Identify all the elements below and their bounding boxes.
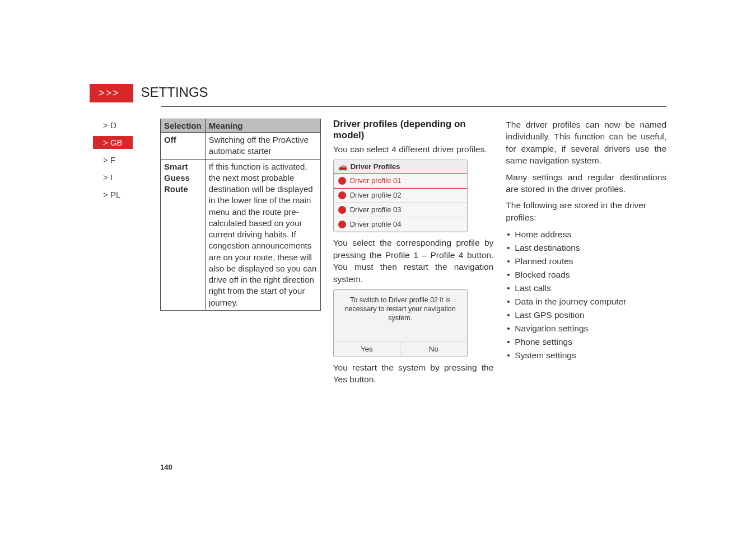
wheel-icon: [338, 177, 346, 185]
list-item: Navigation settings: [507, 322, 666, 335]
list-item: Last calls: [507, 282, 666, 295]
chevron-badge: >>>: [90, 84, 133, 102]
page-title: SETTINGS: [141, 85, 208, 102]
table-cell-meaning: If this function is activated, the next …: [205, 159, 320, 310]
profile-row[interactable]: Driver profile 04: [334, 217, 467, 232]
profile-label: Driver profile 02: [350, 191, 402, 199]
th-selection: Selection: [161, 119, 206, 133]
select-paragraph: You select the corresponding profile by …: [333, 237, 494, 285]
list-item: Phone settings: [507, 335, 666, 349]
column-left: SelectionMeaning OffSwitching off the Pr…: [160, 119, 321, 461]
intro-text: You can select 4 different driver profil…: [333, 143, 494, 155]
list-item: Data in the journey computer: [507, 295, 666, 308]
list-item: Last GPS position: [507, 308, 666, 322]
no-button[interactable]: No: [400, 341, 467, 357]
profile-label: Driver profile 04: [350, 220, 402, 228]
sidebar-item[interactable]: > D: [93, 119, 133, 132]
car-icon: 🚗: [338, 162, 347, 171]
list-header: 🚗Driver Profiles: [334, 160, 467, 174]
profile-label: Driver profile 01: [350, 176, 402, 185]
list-item: Home address: [507, 228, 666, 241]
profile-label: Driver profile 03: [350, 205, 402, 214]
right-para2: Many settings and regular destinations a…: [506, 171, 666, 195]
restart-dialog: To switch to Driver profile 02 it is nec…: [333, 289, 468, 357]
wheel-icon: [338, 221, 346, 228]
table-cell-selection: Smart Guess Route: [161, 159, 206, 310]
column-right: The driver profiles can now be named ind…: [506, 119, 666, 461]
sidebar-item[interactable]: > F: [93, 153, 133, 166]
sidebar-item[interactable]: > GB: [93, 136, 133, 149]
sidebar-item[interactable]: > PL: [93, 188, 133, 201]
page-number: 140: [160, 463, 172, 471]
yes-button[interactable]: Yes: [334, 341, 401, 357]
wheel-icon: [338, 191, 346, 199]
wheel-icon: [338, 206, 346, 214]
section-heading: Driver profiles (depending on model): [333, 119, 494, 141]
restart-text: You restart the system by pressing the Y…: [333, 362, 494, 386]
th-meaning: Meaning: [205, 119, 320, 133]
column-mid: Driver profiles (depending on model) You…: [333, 119, 494, 461]
language-sidebar: > D> GB> F> I> PL: [93, 119, 133, 201]
header-rule: [161, 106, 666, 107]
list-item: Last destinations: [507, 241, 666, 255]
list-item: System settings: [507, 349, 666, 362]
profile-row[interactable]: Driver profile 03: [334, 203, 467, 217]
table-cell-selection: Off: [161, 133, 206, 160]
driver-profiles-list: 🚗Driver Profiles Driver profile 01Driver…: [333, 160, 468, 232]
table-cell-meaning: Switching off the ProActive automatic st…: [205, 133, 320, 160]
dialog-message: To switch to Driver profile 02 it is nec…: [334, 290, 467, 341]
profile-row[interactable]: Driver profile 01: [334, 174, 467, 188]
right-para3: The following are stored in the driver p…: [506, 199, 666, 223]
right-para1: The driver profiles can now be named ind…: [506, 119, 666, 167]
sidebar-item[interactable]: > I: [93, 171, 133, 184]
list-item: Planned routes: [507, 255, 666, 268]
selection-table: SelectionMeaning OffSwitching off the Pr…: [160, 119, 321, 311]
profile-row[interactable]: Driver profile 02: [334, 188, 467, 203]
list-title: Driver Profiles: [351, 162, 400, 171]
list-item: Blocked roads: [507, 268, 666, 282]
stored-list: Home addressLast destinationsPlanned rou…: [506, 228, 666, 362]
